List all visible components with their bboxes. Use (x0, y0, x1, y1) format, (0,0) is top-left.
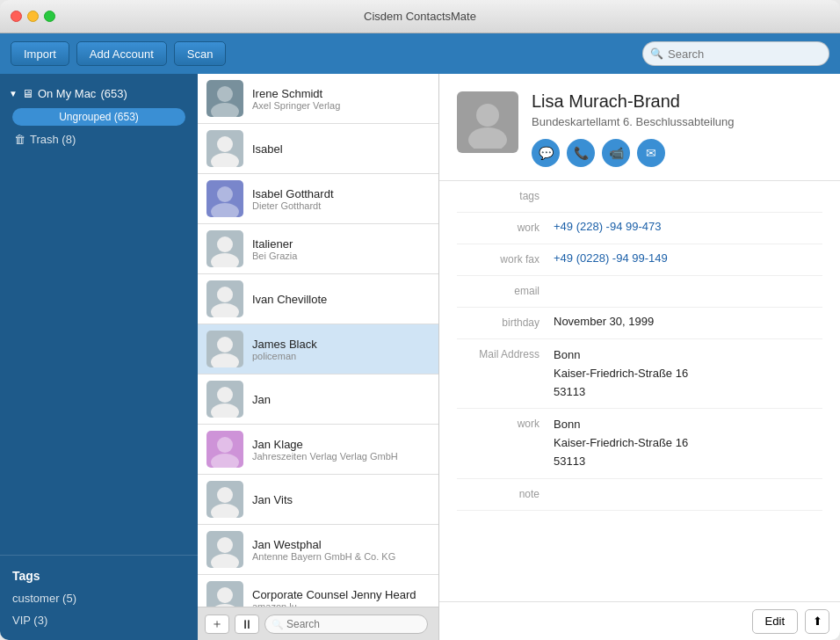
add-contact-button[interactable]: ＋ (205, 615, 229, 634)
svg-point-19 (211, 554, 239, 568)
window-title: Cisdem ContactsMate (364, 10, 476, 23)
contact-avatar (206, 331, 243, 367)
email-button[interactable]: ✉ (637, 139, 665, 167)
list-item[interactable]: Corporate Counsel Jenny Heardamazon.lu (198, 575, 438, 607)
toolbar-search-input[interactable] (642, 41, 829, 66)
trash-icon: 🗑 (14, 133, 25, 146)
list-item[interactable]: Isabel GotthardtDieter Gotthardt (198, 174, 438, 224)
contact-info: Jan (252, 393, 430, 406)
contact-info: James Blackpoliceman (252, 338, 430, 361)
sidebar-tag-vip[interactable]: VIP (3) (9, 609, 189, 631)
sidebar-group-label: On My Mac (38, 87, 96, 100)
svg-point-18 (217, 537, 233, 553)
minimize-button[interactable] (27, 11, 39, 22)
contact-list-scroll[interactable]: Irene SchmidtAxel Springer VerlagIsabelI… (198, 74, 438, 607)
field-label: work (457, 220, 554, 234)
contact-info: Isabel (252, 142, 430, 156)
field-label: work (457, 416, 554, 430)
contact-name: Jan Klage (252, 438, 430, 451)
svg-point-20 (217, 587, 233, 603)
video-button[interactable]: 📹 (602, 139, 630, 167)
sidebar-group-count: (653) (100, 87, 127, 100)
list-item[interactable]: Jan KlageJahreszeiten Verlag Verlag GmbH (198, 425, 438, 475)
maximize-button[interactable] (44, 11, 55, 22)
contact-name: Corporate Counsel Jenny Heard (252, 588, 430, 601)
avatar-default-icon (206, 581, 243, 607)
contact-name: Jan Vits (252, 493, 430, 506)
svg-point-12 (217, 387, 233, 403)
import-button[interactable]: Import (11, 41, 69, 66)
svg-point-11 (211, 353, 239, 367)
list-item[interactable]: Isabel (198, 124, 438, 174)
svg-point-0 (217, 86, 233, 102)
list-item[interactable]: Ivan Chevillote (198, 274, 438, 324)
edit-button[interactable]: Edit (752, 609, 798, 634)
contact-info: ItalienerBei Grazia (252, 237, 430, 261)
list-search-wrapper: 🔍 (264, 615, 431, 634)
contact-name: Isabel (252, 142, 430, 156)
list-item[interactable]: Jan WestphalAntenne Bayern GmbH & Co. KG (198, 525, 438, 575)
svg-point-28 (476, 104, 499, 127)
list-item[interactable]: Irene SchmidtAxel Springer Verlag (198, 74, 438, 124)
list-search-input[interactable] (264, 615, 428, 634)
list-item[interactable]: James Blackpoliceman (198, 324, 438, 375)
field-label: note (457, 486, 554, 500)
sidebar-trash-label: Trash (8) (30, 133, 76, 146)
field-value[interactable]: +49 (0228) -94 99-149 (554, 251, 822, 265)
sidebar-tag-customer[interactable]: customer (5) (9, 587, 189, 609)
add-account-button[interactable]: Add Account (76, 41, 167, 66)
field-row: work fax+49 (0228) -94 99-149 (457, 244, 822, 276)
field-value: Bonn Kaiser-Friedrich-Straße 16 53113 (554, 416, 822, 470)
svg-point-17 (211, 504, 239, 518)
contact-avatar (206, 230, 243, 267)
avatar-default-icon (206, 230, 243, 267)
contact-name: Jan (252, 393, 430, 406)
sidebar-ungrouped[interactable]: Ungrouped (653) (12, 108, 185, 126)
field-label: work fax (457, 251, 554, 265)
sidebar-trash[interactable]: 🗑 Trash (8) (0, 129, 198, 149)
chevron-down-icon: ▼ (9, 89, 18, 98)
field-value[interactable]: +49 (228) -94 99-473 (554, 220, 822, 233)
sidebar-tags-section: Tags customer (5) VIP (3) (0, 555, 198, 640)
contact-info: Ivan Chevillote (252, 293, 430, 306)
field-label: tags (457, 188, 554, 202)
toolbar-search-container: 🔍 (642, 41, 829, 66)
contact-info: Corporate Counsel Jenny Heardamazon.lu (252, 588, 430, 607)
svg-point-4 (217, 186, 233, 202)
contact-avatar (206, 280, 243, 317)
svg-point-29 (468, 127, 507, 149)
avatar-default-icon (206, 531, 243, 568)
sidebar-on-my-mac[interactable]: ▼ 🖥 On My Mac (653) (0, 83, 198, 105)
svg-point-8 (217, 287, 233, 302)
contact-name: James Black (252, 338, 430, 351)
contact-info: Jan KlageJahreszeiten Verlag Verlag GmbH (252, 438, 430, 462)
detail-footer: Edit ⬆ (439, 601, 840, 640)
message-button[interactable]: 💬 (532, 139, 560, 167)
edit-contact-button[interactable]: ⏸ (235, 615, 259, 634)
contact-name: Irene Schmidt (252, 87, 430, 100)
avatar-default-icon (206, 481, 243, 518)
list-item[interactable]: Jan Vits (198, 475, 438, 525)
avatar-default-icon (206, 280, 243, 317)
list-item[interactable]: Jan (198, 375, 438, 425)
svg-point-13 (211, 404, 239, 418)
scan-button[interactable]: Scan (174, 41, 227, 66)
contact-list: Irene SchmidtAxel Springer VerlagIsabelI… (198, 74, 439, 640)
contact-info: Jan Vits (252, 493, 430, 506)
svg-point-9 (211, 303, 239, 317)
svg-point-1 (211, 103, 239, 117)
share-button[interactable]: ⬆ (805, 609, 829, 634)
call-button[interactable]: 📞 (567, 139, 595, 167)
field-row: tags (457, 181, 822, 213)
svg-point-2 (217, 136, 233, 152)
close-button[interactable] (11, 11, 22, 22)
field-row: work+49 (228) -94 99-473 (457, 213, 822, 244)
contact-avatar (206, 581, 243, 607)
share-icon: ⬆ (813, 615, 822, 628)
list-item[interactable]: ItalienerBei Grazia (198, 224, 438, 274)
contact-avatar (206, 531, 243, 568)
contact-subtitle: Axel Springer Verlag (252, 100, 430, 111)
avatar-default-icon (206, 130, 243, 167)
detail-panel: Lisa Murach-Brand Bundeskartellamt 6. Be… (439, 74, 840, 640)
field-row: workBonn Kaiser-Friedrich-Straße 16 5311… (457, 409, 822, 478)
